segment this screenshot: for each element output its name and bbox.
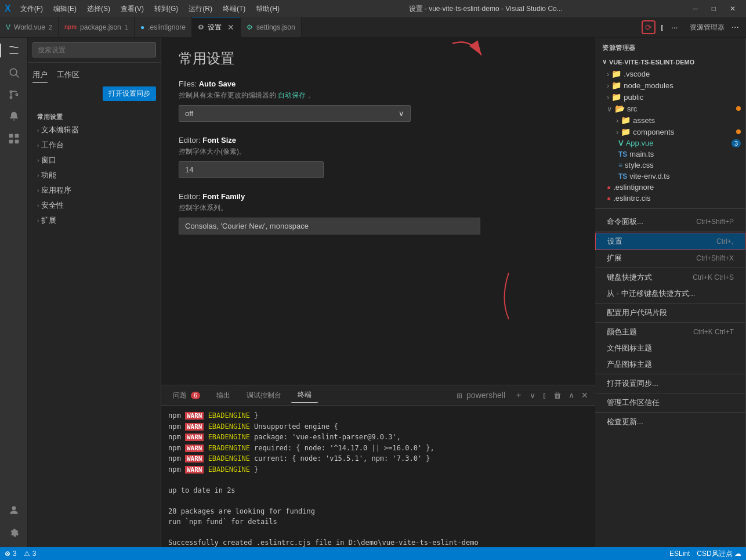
file-item[interactable]: ≡ style.css [595, 160, 745, 171]
settings-item-extensions[interactable]: › 扩展 [28, 213, 161, 228]
open-sync-button[interactable]: 打开设置同步 [103, 86, 156, 101]
arrow-down-icon: ∨ [607, 104, 613, 113]
menu-product-icon-theme[interactable]: 产品图标主题 [595, 356, 745, 373]
activity-settings[interactable] [3, 522, 24, 543]
file-item[interactable]: ● .eslintrc.cis [595, 193, 745, 204]
menu-manage-workspace-trust[interactable]: 管理工作区信任 [595, 395, 745, 411]
file-name: src [627, 104, 637, 113]
tab-label: 设置 [208, 23, 222, 32]
status-right: ESLint CSD风迁点 ☁ [669, 549, 741, 559]
menu-migrate-keybindings[interactable]: 从 - 中迁移键盘快捷方式... [595, 286, 745, 302]
tab-eslintignore[interactable]: ● .eslintignore [135, 17, 192, 37]
tab-actions: ⟳ ⫿ ··· 资源管理器 ··· [637, 17, 746, 37]
menu-extensions[interactable]: 扩展 Ctrl+Shift+X [595, 250, 745, 266]
menu-terminal[interactable]: 终端(T) [218, 3, 250, 15]
tab-settings[interactable]: ⚙ 设置 ✕ [192, 17, 241, 37]
menu-bar: 文件(F) 编辑(E) 选择(S) 查看(V) 转到(G) 运行(R) 终端(T… [16, 3, 284, 15]
file-item[interactable]: › 📁 assets [595, 114, 745, 126]
activity-source-control[interactable] [3, 84, 24, 105]
tab-world-vue[interactable]: V World.vue 2 [0, 17, 59, 37]
arrow-icon: › [37, 127, 39, 133]
tab-close-button[interactable]: ✕ [227, 23, 234, 32]
file-name: style.css [625, 161, 654, 169]
activity-search[interactable] [3, 62, 24, 83]
font-family-input[interactable] [179, 218, 480, 234]
activity-account[interactable] [3, 500, 24, 521]
activity-explorer[interactable] [3, 40, 24, 61]
settings-item-security[interactable]: › 安全性 [28, 198, 161, 213]
menu-keyboard-shortcuts[interactable]: 键盘快捷方式 Ctrl+K Ctrl+S [595, 269, 745, 286]
menu-color-theme[interactable]: 颜色主题 Ctrl+K Ctrl+T [595, 324, 745, 340]
menu-file[interactable]: 文件(F) [16, 3, 48, 15]
setting-font-size-desc: 控制字体大小(像素)。 [179, 147, 578, 157]
settings-item-application[interactable]: › 应用程序 [28, 183, 161, 198]
file-item[interactable]: › 📁 node_modules [595, 80, 745, 91]
split-terminal[interactable]: ⫿ [540, 389, 549, 401]
file-item[interactable]: TS vite-env.d.ts [595, 171, 745, 182]
tab-terminal[interactable]: 终端 [291, 388, 318, 403]
close-panel[interactable]: ✕ [579, 389, 591, 401]
auto-save-link[interactable]: 自动保存 [278, 91, 306, 99]
activity-debug[interactable] [3, 106, 24, 127]
menu-view[interactable]: 查看(V) [116, 3, 149, 15]
auto-save-dropdown[interactable]: off ∨ [179, 105, 411, 122]
explorer-panel: 资源管理器 ∨ VUE-VITE-TS-ESLINT-DEMO › 📁 .vsc… [595, 38, 746, 547]
file-item[interactable]: › 📁 .vscode [595, 68, 745, 80]
file-item[interactable]: TS main.ts [595, 149, 745, 160]
menu-user-snippets[interactable]: 配置用户代码片段 [595, 305, 745, 321]
more-actions[interactable]: ··· [669, 21, 680, 33]
delete-terminal[interactable]: 🗑 [551, 389, 564, 401]
tab-output[interactable]: 输出 [209, 388, 237, 403]
settings-tabs-bar: 用户 工作区 [28, 63, 161, 83]
svg-point-3 [10, 96, 12, 98]
settings-item-workbench[interactable]: › 工作台 [28, 138, 161, 153]
tab-package-json[interactable]: npm package.json 1 [59, 17, 135, 37]
eslint-status[interactable]: ESLint [669, 550, 690, 558]
tab-workspace[interactable]: 工作区 [57, 67, 79, 83]
tab-settings-json[interactable]: ⚙ settings.json [241, 17, 302, 37]
add-terminal[interactable]: ＋ [512, 389, 525, 402]
settings-section-common[interactable]: 常用设置 [28, 109, 161, 122]
menu-check-updates[interactable]: 检查更新... [595, 414, 745, 430]
cloud-status[interactable]: CSD风迁点 ☁ [697, 549, 741, 559]
tab-problems[interactable]: 问题 6 [166, 388, 207, 403]
tab-user[interactable]: 用户 [32, 67, 48, 83]
menu-goto[interactable]: 转到(G) [150, 3, 183, 15]
settings-item-text-editor[interactable]: › 文本编辑器 [28, 122, 161, 138]
explorer-more[interactable]: ··· [729, 21, 741, 34]
file-item[interactable]: ● .eslintignore [595, 182, 745, 193]
problem-badge: 6 [191, 392, 200, 399]
file-item[interactable]: V App.vue 3 [595, 138, 745, 149]
activity-extensions[interactable] [3, 128, 24, 149]
menu-open-settings-sync[interactable]: 打开设置同步... [595, 375, 745, 392]
settings-item-window[interactable]: › 窗口 [28, 153, 161, 168]
error-count[interactable]: ⊗ 3 [5, 550, 17, 558]
menu-help[interactable]: 帮助(H) [251, 3, 284, 15]
menu-file-icon-theme[interactable]: 文件图标主题 [595, 340, 745, 356]
settings-item-features[interactable]: › 功能 [28, 168, 161, 183]
terminal-chevron-down[interactable]: ∨ [527, 389, 538, 401]
svg-point-9 [12, 506, 16, 510]
modified-badge [736, 129, 741, 134]
menu-run[interactable]: 运行(R) [184, 3, 217, 15]
menu-separator [595, 322, 745, 323]
project-root[interactable]: ∨ VUE-VITE-TS-ESLINT-DEMO [595, 56, 745, 68]
file-item[interactable]: › 📁 public [595, 91, 745, 103]
window-close[interactable]: ✕ [724, 3, 741, 14]
window-minimize[interactable]: ─ [687, 3, 704, 14]
maximize-panel[interactable]: ∧ [566, 389, 577, 401]
menu-edit[interactable]: 编辑(E) [49, 3, 81, 15]
tab-debug-console[interactable]: 调试控制台 [240, 388, 288, 403]
font-size-input[interactable] [179, 161, 324, 178]
window-maximize[interactable]: □ [706, 3, 722, 14]
eslint-icon: ● [140, 23, 144, 31]
warning-count[interactable]: ⚠ 3 [24, 550, 37, 558]
file-item[interactable]: ∨ 📂 src [595, 103, 745, 114]
file-item[interactable]: › 📁 components [595, 126, 745, 138]
split-editor[interactable]: ⫿ [658, 21, 667, 33]
menu-select[interactable]: 选择(S) [82, 3, 115, 15]
sync-icon-button[interactable]: ⟳ [642, 20, 656, 34]
menu-settings[interactable]: 设置 Ctrl+, [595, 233, 745, 250]
settings-search-input[interactable] [32, 42, 156, 57]
menu-command-palette[interactable]: 命令面板... Ctrl+Shift+P [595, 214, 745, 230]
